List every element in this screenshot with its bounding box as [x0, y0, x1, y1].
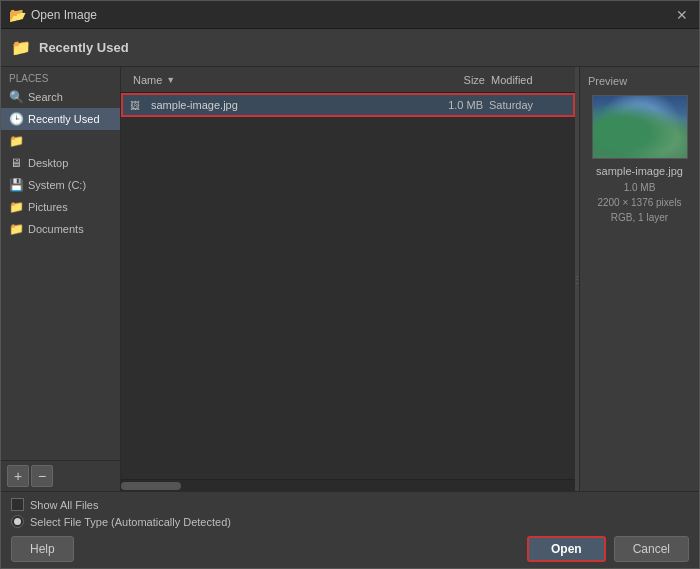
pictures-icon: 📁 — [9, 200, 23, 214]
sidebar-section-label: Places — [1, 67, 120, 86]
home-icon: 📁 — [9, 134, 23, 148]
file-icon: 🖼 — [127, 97, 143, 113]
radio-dot — [14, 518, 21, 525]
dialog-icon: 📂 — [9, 7, 25, 23]
sidebar-item-recently-used-label: Recently Used — [28, 113, 100, 125]
sidebar-item-documents[interactable]: 📁 Documents — [1, 218, 120, 240]
file-size: 1.0 MB — [429, 99, 489, 111]
close-button[interactable]: ✕ — [673, 6, 691, 24]
file-row[interactable]: 🖼 sample-image.jpg 1.0 MB Saturday — [121, 93, 575, 117]
open-button[interactable]: Open — [527, 536, 606, 562]
sidebar-item-system-c-label: System (C:) — [28, 179, 86, 191]
show-all-files-label: Show All Files — [30, 499, 98, 511]
file-list[interactable]: 🖼 sample-image.jpg 1.0 MB Saturday — [121, 93, 575, 479]
sidebar-item-pictures[interactable]: 📁 Pictures — [1, 196, 120, 218]
bottom-actions: Help Open Cancel — [11, 536, 689, 562]
location-label: Recently Used — [39, 40, 129, 55]
file-name: sample-image.jpg — [147, 99, 429, 111]
sidebar-item-desktop[interactable]: 🖥 Desktop — [1, 152, 120, 174]
system-c-icon: 💾 — [9, 178, 23, 192]
preview-area: Preview sample-image.jpg 1.0 MB 2200 × 1… — [579, 67, 699, 491]
sidebar-item-recently-used[interactable]: 🕒 Recently Used — [1, 108, 120, 130]
column-name-header[interactable]: Name ▼ — [125, 74, 431, 86]
sidebar-item-search[interactable]: 🔍 Search — [1, 86, 120, 108]
sidebar-item-search-label: Search — [28, 91, 63, 103]
title-bar-left: 📂 Open Image — [9, 7, 97, 23]
cancel-button[interactable]: Cancel — [614, 536, 689, 562]
column-name-dropdown-icon: ▼ — [166, 75, 175, 85]
dialog: 📂 Open Image ✕ 📁 Recently Used Places 🔍 … — [0, 0, 700, 569]
select-file-type-label: Select File Type (Automatically Detected… — [30, 516, 231, 528]
sidebar-item-documents-label: Documents — [28, 223, 84, 235]
preview-label: Preview — [588, 75, 627, 87]
sidebar-item-system-c[interactable]: 💾 System (C:) — [1, 174, 120, 196]
select-file-type-option[interactable]: Select File Type (Automatically Detected… — [11, 515, 689, 528]
preview-size: 1.0 MB 2200 × 1376 pixels RGB, 1 layer — [597, 180, 681, 225]
documents-icon: 📁 — [9, 222, 23, 236]
file-area: Name ▼ Size Modified 🖼 sample-image.jpg … — [121, 67, 575, 491]
add-place-button[interactable]: + — [7, 465, 29, 487]
sidebar-item-desktop-label: Desktop — [28, 157, 68, 169]
sidebar-bottom: + − — [1, 460, 120, 491]
preview-image-inner — [593, 96, 687, 158]
sidebar-item-home[interactable]: 📁 — [1, 130, 120, 152]
preview-filename: sample-image.jpg — [596, 165, 683, 177]
select-file-type-radio[interactable] — [11, 515, 24, 528]
file-modified: Saturday — [489, 99, 569, 111]
file-scrollbar-thumb[interactable] — [121, 482, 181, 490]
column-size-header[interactable]: Size — [431, 74, 491, 86]
preview-image — [592, 95, 688, 159]
show-all-files-option[interactable]: Show All Files — [11, 498, 689, 511]
desktop-icon: 🖥 — [9, 156, 23, 170]
bottom-options: Show All Files Select File Type (Automat… — [11, 498, 689, 528]
sidebar-spacer — [1, 240, 120, 460]
location-bar: 📁 Recently Used — [1, 29, 699, 67]
recently-used-icon: 🕒 — [9, 112, 23, 126]
show-all-files-checkbox[interactable] — [11, 498, 24, 511]
file-header: Name ▼ Size Modified — [121, 67, 575, 93]
column-modified-header[interactable]: Modified — [491, 74, 571, 86]
search-icon: 🔍 — [9, 90, 23, 104]
title-bar: 📂 Open Image ✕ — [1, 1, 699, 29]
help-button[interactable]: Help — [11, 536, 74, 562]
main-area: Places 🔍 Search 🕒 Recently Used 📁 🖥 Desk… — [1, 67, 699, 491]
remove-place-button[interactable]: − — [31, 465, 53, 487]
sidebar: Places 🔍 Search 🕒 Recently Used 📁 🖥 Desk… — [1, 67, 121, 491]
right-buttons: Open Cancel — [527, 536, 689, 562]
file-scrollbar[interactable] — [121, 479, 575, 491]
sidebar-item-pictures-label: Pictures — [28, 201, 68, 213]
dialog-title: Open Image — [31, 8, 97, 22]
bottom-bar: Show All Files Select File Type (Automat… — [1, 491, 699, 568]
location-icon: 📁 — [11, 38, 31, 57]
